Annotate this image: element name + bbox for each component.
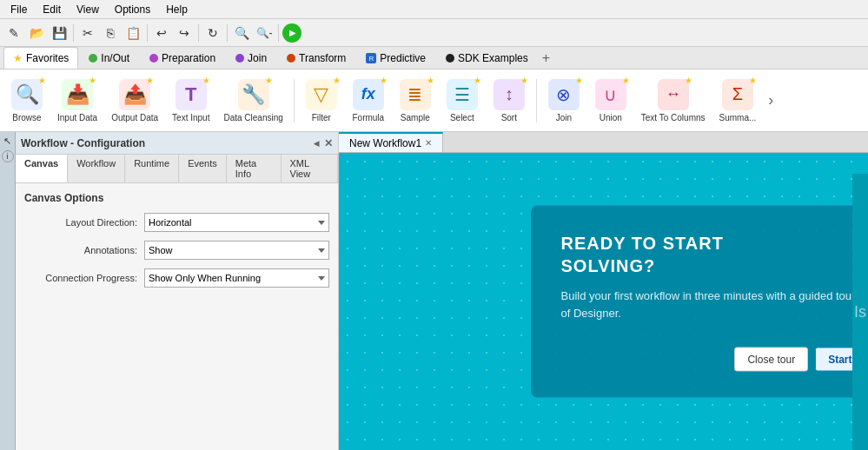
panel-tab-xml-view[interactable]: XML View <box>282 155 339 182</box>
menu-edit[interactable]: Edit <box>36 2 68 17</box>
menu-options[interactable]: Options <box>108 2 157 17</box>
option-row-connection-progress: Connection Progress: Show Only When Runn… <box>24 268 329 288</box>
tab-predictive[interactable]: R Predictive <box>356 47 435 69</box>
category-tabs: ★ Favorites In/Out Preparation Join Tran… <box>0 47 868 69</box>
summarize-icon: Σ ★ <box>722 79 753 110</box>
select-star: ★ <box>474 76 481 85</box>
tool-formula[interactable]: fx ★ Formula <box>347 76 390 126</box>
close-tour-button[interactable]: Close tour <box>734 347 808 372</box>
data-cleansing-label: Data Cleansing <box>223 113 282 122</box>
new-button[interactable]: ✎ <box>3 23 24 43</box>
tab-join[interactable]: Join <box>226 47 276 69</box>
input-data-star: ★ <box>89 76 96 85</box>
canvas-bg[interactable]: READY TO STARTSOLVING? Build your first … <box>339 153 868 450</box>
tool-union[interactable]: ∪ ★ Union <box>589 76 633 126</box>
zoom-in-button[interactable]: 🔍 <box>231 23 252 43</box>
panel-title: Workflow - Configuration <box>21 137 145 149</box>
panel-tab-events[interactable]: Events <box>179 155 227 182</box>
tool-data-cleansing[interactable]: 🔧 ★ Data Cleansing <box>218 76 288 126</box>
menu-bar: File Edit View Options Help <box>0 0 868 19</box>
tool-input-data[interactable]: 📥 ★ Input Data <box>52 76 103 126</box>
tool-text-input[interactable]: T ★ Text Input <box>167 76 215 126</box>
connection-progress-select[interactable]: Show Only When Running Always Show Never… <box>144 268 329 288</box>
input-data-label: Input Data <box>57 113 97 122</box>
text-to-columns-star: ★ <box>685 76 692 85</box>
in-out-dot <box>89 54 97 63</box>
side-info-icon[interactable]: i <box>2 150 14 162</box>
layout-direction-select[interactable]: Horizontal Vertical <box>144 213 329 232</box>
workflow-tab-label: New Workflow1 <box>349 137 421 149</box>
tab-sdk-examples[interactable]: SDK Examples <box>436 47 538 69</box>
add-tab-button[interactable]: + <box>539 50 553 66</box>
canvas-area: New Workflow1 ✕ READY TO STARTSOLVING? B… <box>339 132 868 450</box>
formula-icon: fx ★ <box>353 79 384 110</box>
cut-button[interactable]: ✂ <box>77 23 98 43</box>
union-icon: ∪ ★ <box>595 79 626 110</box>
panel-tab-canvas[interactable]: Canvas <box>16 155 68 182</box>
predictive-letter: R <box>366 53 376 63</box>
text-input-star: ★ <box>202 76 210 85</box>
workflow-tab-close-icon[interactable]: ✕ <box>425 138 432 148</box>
tool-sample[interactable]: ≣ ★ Sample <box>394 76 437 126</box>
panel-content: Canvas Options Layout Direction: Horizon… <box>16 183 338 450</box>
separator-2 <box>147 24 148 42</box>
tools-separator-1 <box>294 79 295 122</box>
tool-summarize[interactable]: Σ ★ Summa... <box>714 76 762 126</box>
separator-1 <box>73 24 74 42</box>
text-to-columns-icon: ↔ ★ <box>658 79 689 110</box>
refresh-button[interactable]: ↻ <box>202 23 223 43</box>
filter-icon: ▽ ★ <box>306 79 337 110</box>
workflow-tab-1[interactable]: New Workflow1 ✕ <box>339 132 443 152</box>
tool-filter[interactable]: ▽ ★ Filter <box>300 76 343 126</box>
tool-browse[interactable]: 🔍 ★ Browse <box>5 76 49 126</box>
side-pointer-icon[interactable]: ↖ <box>3 136 11 147</box>
tool-join[interactable]: ⊗ ★ Join <box>542 76 586 126</box>
menu-help[interactable]: Help <box>159 2 195 17</box>
select-label: Select <box>450 113 474 122</box>
formula-star: ★ <box>380 76 388 85</box>
menu-view[interactable]: View <box>70 2 106 17</box>
formula-label: Formula <box>352 113 384 122</box>
paste-button[interactable]: 📋 <box>123 23 143 43</box>
tab-preparation[interactable]: Preparation <box>140 47 225 69</box>
tool-select[interactable]: ☰ ★ Select <box>441 76 484 126</box>
run-button[interactable] <box>282 23 301 43</box>
undo-button[interactable]: ↩ <box>151 23 172 43</box>
tools-more-button[interactable]: › <box>765 88 777 113</box>
workflow-tabs: New Workflow1 ✕ <box>339 132 868 153</box>
tool-text-to-columns[interactable]: ↔ ★ Text To Columns <box>636 76 711 126</box>
tab-favorites[interactable]: ★ Favorites <box>3 47 78 69</box>
panel-tab-workflow[interactable]: Workflow <box>68 155 125 182</box>
transform-dot <box>287 54 295 63</box>
menu-file[interactable]: File <box>3 2 34 17</box>
panel-tab-meta-info[interactable]: Meta Info <box>227 155 282 182</box>
tab-in-out[interactable]: In/Out <box>79 47 139 69</box>
panel-pin-icon[interactable]: ◂ <box>314 137 319 149</box>
panel-tab-runtime[interactable]: Runtime <box>125 155 179 182</box>
layout-direction-label: Layout Direction: <box>24 217 137 228</box>
tool-output-data[interactable]: 📤 ★ Output Data <box>106 76 163 126</box>
redo-button[interactable]: ↪ <box>174 23 195 43</box>
union-star: ★ <box>622 76 630 85</box>
open-button[interactable]: 📂 <box>26 23 47 43</box>
tab-preparation-label: Preparation <box>162 52 215 64</box>
data-cleansing-icon: 🔧 ★ <box>238 79 269 110</box>
panel-inner: Workflow - Configuration ◂ ✕ Canvas Work… <box>16 132 338 450</box>
copy-button[interactable]: ⎘ <box>100 23 121 43</box>
annotations-label: Annotations: <box>24 245 137 255</box>
welcome-body: Build your first workflow in three minut… <box>561 288 865 321</box>
zoom-out-button[interactable]: 🔍- <box>254 23 275 43</box>
sample-icon: ≣ ★ <box>400 79 431 110</box>
panel-close-icon[interactable]: ✕ <box>324 137 333 149</box>
join-dot <box>235 54 244 63</box>
save-button[interactable]: 💾 <box>49 23 70 43</box>
tab-transform[interactable]: Transform <box>277 47 355 69</box>
data-cleansing-star: ★ <box>265 76 273 85</box>
separator-5 <box>278 24 279 42</box>
tool-sort[interactable]: ↕ ★ Sort <box>487 76 531 126</box>
main-area: ↖ i Workflow - Configuration ◂ ✕ Canvas … <box>0 132 868 450</box>
annotations-select[interactable]: Show Hide <box>144 241 329 260</box>
panel-header-icons: ◂ ✕ <box>314 137 333 149</box>
join-label: Join <box>556 113 572 122</box>
separator-3 <box>198 24 199 42</box>
